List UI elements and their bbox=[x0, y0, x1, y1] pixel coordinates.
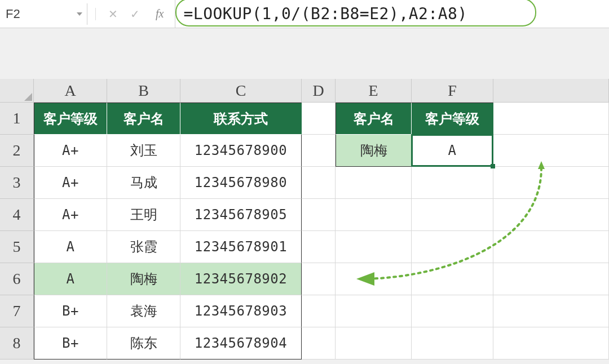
row-header-6[interactable]: 6 bbox=[0, 263, 34, 295]
formula-input-wrap[interactable]: =LOOKUP(1,0/(B2:B8=E2),A2:A8) bbox=[175, 0, 609, 28]
cell-E7[interactable] bbox=[336, 295, 412, 327]
cell-E2[interactable]: 陶梅 bbox=[336, 135, 412, 167]
cell-F7[interactable] bbox=[412, 295, 493, 327]
cell-A5[interactable]: A bbox=[34, 231, 107, 263]
col-header-B[interactable]: B bbox=[107, 79, 180, 103]
row-header-3[interactable]: 3 bbox=[0, 167, 34, 199]
cell-blank-8[interactable] bbox=[493, 327, 609, 359]
cell-blank-3[interactable] bbox=[493, 167, 609, 199]
cell-F3[interactable] bbox=[412, 167, 493, 199]
cell-A8[interactable]: B+ bbox=[34, 327, 107, 359]
confirm-icon[interactable]: ✓ bbox=[130, 7, 140, 21]
cell-blank-6[interactable] bbox=[493, 263, 609, 295]
cell-blank-4[interactable] bbox=[493, 199, 609, 231]
cell-F6[interactable] bbox=[412, 263, 493, 295]
cell-D6[interactable] bbox=[302, 263, 336, 295]
spreadsheet-grid[interactable]: A B C D E F 1 客户等级 客户名 联系方式 客户名 客户等级 2 A… bbox=[0, 79, 609, 359]
row-header-7[interactable]: 7 bbox=[0, 295, 34, 327]
spacer bbox=[0, 28, 609, 79]
formula-bar: F2 ✕ ✓ fx =LOOKUP(1,0/(B2:B8=E2),A2:A8) bbox=[0, 0, 609, 28]
formula-input[interactable]: =LOOKUP(1,0/(B2:B8=E2),A2:A8) bbox=[175, 5, 467, 23]
row-header-4[interactable]: 4 bbox=[0, 199, 34, 231]
row-header-5[interactable]: 5 bbox=[0, 231, 34, 263]
cell-F2-value: A bbox=[448, 143, 457, 158]
cell-blank-7[interactable] bbox=[493, 295, 609, 327]
cell-D4[interactable] bbox=[302, 199, 336, 231]
col-header-D[interactable]: D bbox=[302, 79, 336, 103]
cell-C8[interactable]: 12345678904 bbox=[180, 327, 302, 359]
cell-E1[interactable]: 客户名 bbox=[336, 103, 412, 135]
col-header-blank bbox=[493, 79, 609, 103]
formula-bar-controls: ✕ ✓ fx bbox=[87, 0, 175, 28]
cell-F1[interactable]: 客户等级 bbox=[412, 103, 493, 135]
cell-F8[interactable] bbox=[412, 327, 493, 359]
cell-C6[interactable]: 12345678902 bbox=[180, 263, 302, 295]
cell-E8[interactable] bbox=[336, 327, 412, 359]
cell-B8[interactable]: 陈东 bbox=[107, 327, 180, 359]
name-box-value: F2 bbox=[6, 7, 20, 21]
name-box[interactable]: F2 bbox=[0, 3, 87, 25]
cell-B3[interactable]: 马成 bbox=[107, 167, 180, 199]
row-header-8[interactable]: 8 bbox=[0, 327, 34, 359]
cell-C2[interactable]: 12345678900 bbox=[180, 135, 302, 167]
cell-B5[interactable]: 张霞 bbox=[107, 231, 180, 263]
name-box-dropdown-icon[interactable] bbox=[77, 12, 82, 16]
cell-C4[interactable]: 12345678905 bbox=[180, 199, 302, 231]
cell-B6[interactable]: 陶梅 bbox=[107, 263, 180, 295]
cell-B2[interactable]: 刘玉 bbox=[107, 135, 180, 167]
cell-A1[interactable]: 客户等级 bbox=[34, 103, 107, 135]
cell-E6[interactable] bbox=[336, 263, 412, 295]
cell-B4[interactable]: 王明 bbox=[107, 199, 180, 231]
col-header-C[interactable]: C bbox=[180, 79, 302, 103]
fill-handle[interactable] bbox=[491, 164, 495, 168]
cell-C3[interactable]: 12345678980 bbox=[180, 167, 302, 199]
cell-E3[interactable] bbox=[336, 167, 412, 199]
row-header-2[interactable]: 2 bbox=[0, 135, 34, 167]
cell-B7[interactable]: 袁海 bbox=[107, 295, 180, 327]
cell-A6[interactable]: A bbox=[34, 263, 107, 295]
col-header-E[interactable]: E bbox=[336, 79, 412, 103]
col-header-F[interactable]: F bbox=[412, 79, 493, 103]
cell-F5[interactable] bbox=[412, 231, 493, 263]
col-header-A[interactable]: A bbox=[34, 79, 107, 103]
cell-A3[interactable]: A+ bbox=[34, 167, 107, 199]
cell-A4[interactable]: A+ bbox=[34, 199, 107, 231]
cell-C5[interactable]: 12345678901 bbox=[180, 231, 302, 263]
cancel-icon[interactable]: ✕ bbox=[108, 7, 118, 21]
cell-B1[interactable]: 客户名 bbox=[107, 103, 180, 135]
cell-C1[interactable]: 联系方式 bbox=[180, 103, 302, 135]
cell-blank-1[interactable] bbox=[493, 103, 609, 135]
cell-D8[interactable] bbox=[302, 327, 336, 359]
cell-F4[interactable] bbox=[412, 199, 493, 231]
select-all-corner[interactable] bbox=[0, 79, 34, 103]
row-header-1[interactable]: 1 bbox=[0, 103, 34, 135]
cell-D7[interactable] bbox=[302, 295, 336, 327]
cell-D3[interactable] bbox=[302, 167, 336, 199]
cell-A2[interactable]: A+ bbox=[34, 135, 107, 167]
cell-blank-2[interactable] bbox=[493, 135, 609, 167]
fx-icon[interactable]: fx bbox=[152, 7, 167, 20]
cell-C7[interactable]: 12345678903 bbox=[180, 295, 302, 327]
cell-A7[interactable]: B+ bbox=[34, 295, 107, 327]
cell-D2[interactable] bbox=[302, 135, 336, 167]
cell-E4[interactable] bbox=[336, 199, 412, 231]
divider bbox=[95, 8, 96, 20]
cell-F2-active[interactable]: A bbox=[412, 135, 493, 167]
cell-blank-5[interactable] bbox=[493, 231, 609, 263]
cell-D5[interactable] bbox=[302, 231, 336, 263]
cell-E5[interactable] bbox=[336, 231, 412, 263]
cell-D1[interactable] bbox=[302, 103, 336, 135]
